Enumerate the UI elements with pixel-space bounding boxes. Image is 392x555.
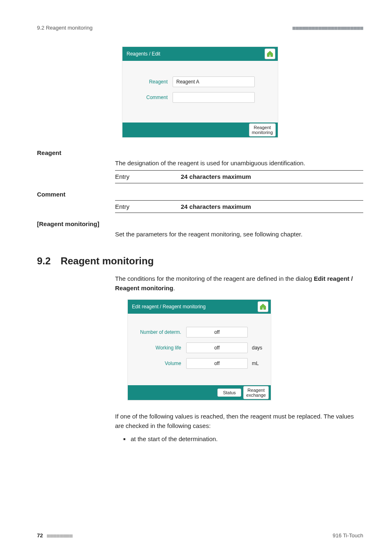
comment-row: Comment (127, 92, 273, 103)
panel2-body: Number of determ. off Working life off d… (128, 314, 271, 385)
panel2-footer: Status Reagent exchange (128, 385, 271, 400)
def-rm-body: Set the parameters for the reagent monit… (115, 230, 363, 239)
def-reagent-body: The designation of the reagent is used f… (115, 159, 363, 183)
wl-label: Working life (133, 345, 186, 351)
reagent-label: Reagent (127, 79, 173, 85)
section-intro-c: . (173, 284, 175, 291)
page-number: 72 (37, 532, 43, 539)
nod-label: Number of determ. (133, 329, 186, 335)
after-panel: If one of the following values is reache… (115, 412, 363, 444)
reagent-row: Reagent Reagent A (127, 76, 273, 87)
def-reagent-entry-key: Entry (115, 172, 181, 181)
panel-footer: Reagent monitoring (122, 123, 278, 137)
wl-input[interactable]: off (186, 342, 248, 353)
page-footer: 72 ■■■■■■■■ 916 Ti-Touch (37, 532, 363, 539)
section-heading: 9.2 Reagent monitoring (37, 255, 363, 267)
reagent-exchange-button[interactable]: Reagent exchange (243, 386, 269, 399)
home-button-2[interactable] (258, 301, 268, 312)
home-button[interactable] (265, 49, 275, 59)
panel2-titlebar: Edit reagent / Reagent monitoring (128, 300, 271, 314)
def-comment-entry-key: Entry (115, 202, 181, 211)
reagent-monitoring-button[interactable]: Reagent monitoring (249, 123, 276, 136)
def-comment-label: Comment (37, 191, 363, 198)
def-comment-entry-val: 24 characters maximum (181, 202, 251, 211)
page-footer-left: 72 ■■■■■■■■ (37, 532, 73, 539)
product-name: 916 Ti-Touch (333, 532, 363, 539)
running-header: 9.2 Reagent monitoring ■■■■■■■■■■■■■■■■■… (37, 25, 363, 31)
def-comment-body: Entry 24 characters maximum (115, 200, 363, 213)
def-rm-label: [Reagent monitoring] (37, 220, 363, 227)
list-item: at the start of the determination. (123, 435, 363, 444)
nod-row: Number of determ. off (133, 327, 266, 338)
vol-input[interactable]: off (186, 358, 248, 369)
status-button[interactable]: Status (217, 388, 241, 397)
reagent-input[interactable]: Reagent A (173, 76, 255, 87)
comment-input[interactable] (173, 92, 255, 103)
def-reagent-label: Reagent (37, 149, 363, 156)
home-icon (266, 50, 274, 58)
nod-input[interactable]: off (186, 327, 248, 338)
edit-reagent-monitoring-panel: Edit reagent / Reagent monitoring Number… (127, 299, 271, 400)
section-number: 9.2 (37, 255, 51, 267)
running-header-right: ■■■■■■■■■■■■■■■■■■■■■■ (293, 25, 363, 31)
def-rm-desc: Set the parameters for the reagent monit… (115, 230, 363, 239)
vol-label: Volume (133, 361, 186, 366)
wl-unit: days (248, 345, 266, 351)
section-intro: The conditions for the monitoring of the… (115, 274, 363, 293)
panel-title: Reagents / Edit (127, 51, 160, 57)
panel2-title: Edit reagent / Reagent monitoring (132, 304, 205, 310)
section-title: Reagent monitoring (60, 255, 154, 267)
vol-unit: mL (248, 361, 266, 366)
home-icon (259, 303, 267, 310)
panel-body: Reagent Reagent A Comment (122, 61, 278, 123)
reagents-edit-panel: Reagents / Edit Reagent Reagent A Commen… (122, 46, 278, 138)
wl-row: Working life off days (133, 342, 266, 353)
def-reagent-entry-val: 24 characters maximum (181, 172, 251, 181)
comment-label: Comment (127, 95, 173, 100)
def-reagent-spec: Entry 24 characters maximum (115, 170, 363, 183)
def-comment-spec: Entry 24 characters maximum (115, 200, 363, 213)
def-reagent-desc: The designation of the reagent is used f… (115, 159, 363, 168)
after-panel-text: If one of the following values is reache… (115, 412, 363, 430)
panel-titlebar: Reagents / Edit (122, 47, 278, 61)
running-header-left: 9.2 Reagent monitoring (37, 25, 92, 31)
vol-row: Volume off mL (133, 358, 266, 369)
page-footer-bars: ■■■■■■■■ (47, 532, 73, 539)
section-intro-a: The conditions for the monitoring of the… (115, 275, 314, 282)
after-panel-list: at the start of the determination. (115, 435, 363, 444)
